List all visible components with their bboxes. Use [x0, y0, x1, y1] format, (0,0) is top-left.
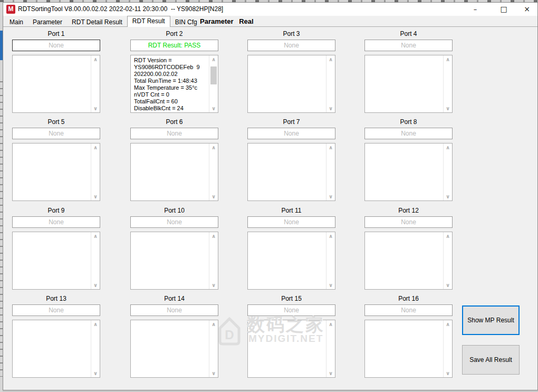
scroll-up-icon[interactable]: ∧ [326, 321, 335, 327]
tab-rdt-detail-result[interactable]: RDT Detail Result [67, 17, 127, 27]
scrollbar[interactable]: ∧∨ [443, 144, 452, 200]
scrollbar[interactable]: ∧∨ [209, 144, 218, 200]
port-status-field[interactable]: None [364, 216, 453, 228]
scrollbar[interactable]: ∧∨ [326, 232, 335, 289]
scroll-down-icon[interactable]: ∨ [209, 106, 218, 111]
save-all-result-button[interactable]: Save All Result [462, 345, 520, 375]
scroll-up-icon[interactable]: ∧ [326, 233, 335, 239]
port-label: Port 2 [130, 30, 218, 37]
scroll-down-icon[interactable]: ∨ [91, 106, 100, 111]
port-info-text [131, 144, 208, 200]
port-info-text [131, 320, 208, 377]
port-info-text [13, 144, 90, 200]
port-status-field[interactable]: None [12, 304, 100, 316]
port-result-box[interactable]: RDT Version = YS9086RDTCODEFeb 9 202200.… [130, 55, 218, 113]
scroll-up-icon[interactable]: ∧ [91, 321, 100, 327]
tab-main[interactable]: Main [5, 17, 28, 27]
port-label: Port 14 [130, 295, 218, 302]
port-status-field[interactable]: None [247, 304, 335, 316]
scroll-up-icon[interactable]: ∧ [209, 233, 218, 239]
scrollbar-thumb[interactable] [210, 66, 217, 84]
port-result-box[interactable]: ∧∨ [364, 320, 453, 378]
tab-bin-cfg[interactable]: BIN Cfg [170, 17, 202, 27]
scroll-up-icon[interactable]: ∧ [209, 321, 218, 327]
scroll-up-icon[interactable]: ∧ [91, 233, 100, 239]
tab-bar: Main Parameter RDT Detail Result RDT Res… [3, 16, 537, 27]
port-result-box[interactable]: ∧∨ [247, 232, 335, 290]
scroll-down-icon[interactable]: ∨ [444, 194, 452, 199]
scrollbar[interactable]: ∧∨ [209, 55, 218, 112]
port-result-box[interactable]: ∧∨ [130, 232, 218, 290]
scroll-up-icon[interactable]: ∧ [91, 56, 100, 62]
tab-rdt-result[interactable]: RDT Result [127, 16, 170, 27]
port-result-box[interactable]: ∧∨ [130, 143, 218, 201]
scroll-up-icon[interactable]: ∧ [326, 56, 335, 62]
port-status-field[interactable]: RDT Result: PASS [130, 40, 218, 51]
port-result-box[interactable]: ∧∨ [247, 320, 335, 378]
scrollbar[interactable]: ∧∨ [443, 55, 452, 112]
port-status-field[interactable]: None [130, 304, 218, 316]
port-result-box[interactable]: ∧∨ [247, 143, 335, 201]
port-status-field[interactable]: None [130, 216, 218, 228]
port-result-box[interactable]: ∧∨ [12, 55, 100, 113]
scrollbar[interactable]: ∧∨ [91, 144, 100, 200]
port-status-field[interactable]: None [247, 216, 335, 228]
scroll-down-icon[interactable]: ∨ [444, 370, 452, 376]
scroll-down-icon[interactable]: ∨ [91, 370, 100, 376]
scrollbar[interactable]: ∧∨ [443, 320, 452, 377]
scroll-down-icon[interactable]: ∨ [444, 282, 452, 288]
maximize-button[interactable]: □ [495, 3, 513, 16]
scroll-up-icon[interactable]: ∧ [326, 145, 335, 150]
scrollbar[interactable]: ∧∨ [209, 232, 218, 289]
show-mp-result-button[interactable]: Show MP Result [462, 305, 520, 335]
scrollbar[interactable]: ∧∨ [326, 144, 335, 200]
port-result-box[interactable]: ∧∨ [12, 143, 100, 201]
port-info-text [13, 320, 90, 377]
scroll-up-icon[interactable]: ∧ [209, 56, 218, 62]
scroll-up-icon[interactable]: ∧ [444, 233, 452, 239]
port-result-box[interactable]: ∧∨ [364, 232, 453, 290]
port-result-box[interactable]: ∧∨ [247, 55, 335, 113]
scroll-down-icon[interactable]: ∨ [444, 106, 452, 111]
scroll-down-icon[interactable]: ∨ [91, 194, 100, 199]
scrollbar[interactable]: ∧∨ [326, 55, 335, 112]
minimize-button[interactable]: – [466, 3, 484, 16]
port-panel-10: Port 10 None ∧∨ [130, 207, 218, 290]
port-status-field[interactable]: None [247, 128, 335, 139]
port-info-text [365, 320, 443, 377]
port-status-field[interactable]: None [247, 40, 335, 51]
port-status-field[interactable]: None [12, 216, 100, 228]
scroll-down-icon[interactable]: ∨ [326, 370, 335, 376]
scrollbar[interactable]: ∧∨ [91, 232, 100, 289]
scrollbar[interactable]: ∧∨ [91, 55, 100, 112]
scroll-down-icon[interactable]: ∨ [209, 194, 218, 199]
scroll-up-icon[interactable]: ∧ [209, 145, 218, 150]
scrollbar[interactable]: ∧∨ [209, 320, 218, 377]
port-result-box[interactable]: ∧∨ [364, 55, 453, 113]
port-status-field[interactable]: None [12, 40, 100, 51]
scroll-up-icon[interactable]: ∧ [444, 56, 452, 62]
port-result-box[interactable]: ∧∨ [130, 320, 218, 378]
scrollbar[interactable]: ∧∨ [91, 320, 100, 377]
close-button[interactable]: × [518, 3, 536, 16]
scroll-down-icon[interactable]: ∨ [209, 282, 218, 288]
scroll-down-icon[interactable]: ∨ [326, 282, 335, 288]
port-status-field[interactable]: None [364, 304, 453, 316]
port-status-field[interactable]: None [12, 128, 100, 139]
tab-parameter[interactable]: Parameter [28, 17, 67, 27]
scroll-up-icon[interactable]: ∧ [444, 321, 452, 327]
scrollbar[interactable]: ∧∨ [443, 232, 452, 289]
scroll-up-icon[interactable]: ∧ [444, 145, 452, 150]
scroll-up-icon[interactable]: ∧ [91, 145, 100, 150]
port-result-box[interactable]: ∧∨ [12, 232, 100, 290]
scrollbar[interactable]: ∧∨ [326, 320, 335, 377]
scroll-down-icon[interactable]: ∨ [209, 370, 218, 376]
port-result-box[interactable]: ∧∨ [364, 143, 453, 201]
scroll-down-icon[interactable]: ∨ [326, 106, 335, 111]
scroll-down-icon[interactable]: ∨ [91, 282, 100, 288]
port-status-field[interactable]: None [364, 40, 453, 51]
port-result-box[interactable]: ∧∨ [12, 320, 100, 378]
port-status-field[interactable]: None [130, 128, 218, 139]
scroll-down-icon[interactable]: ∨ [326, 194, 335, 199]
port-status-field[interactable]: None [364, 128, 453, 139]
